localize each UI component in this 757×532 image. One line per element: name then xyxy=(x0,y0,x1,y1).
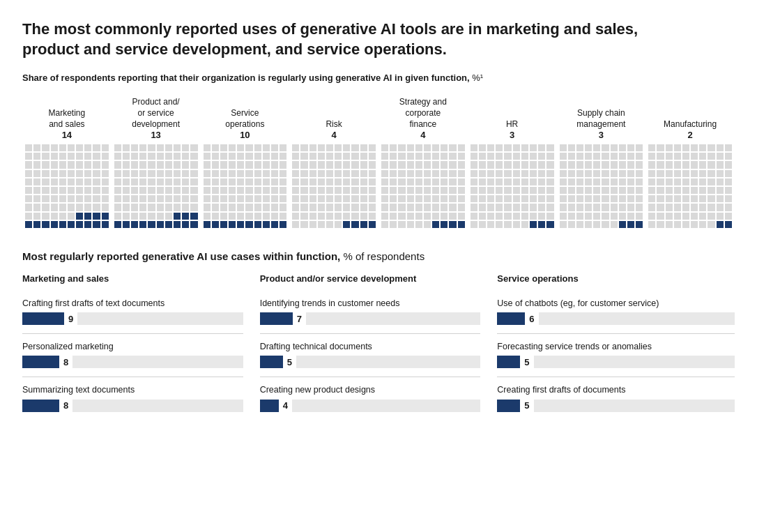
grid-cell xyxy=(471,153,477,160)
grid-cell xyxy=(657,153,664,160)
grid-cell xyxy=(25,161,32,168)
grid-cell xyxy=(691,153,698,160)
grid-cell xyxy=(220,178,227,185)
grid-cell xyxy=(25,187,32,194)
grid-cell xyxy=(560,195,567,202)
grid-cell xyxy=(76,178,83,185)
grid-cell xyxy=(42,221,49,228)
grid-cell xyxy=(335,187,342,194)
grid-cell xyxy=(123,170,130,177)
grid-cell xyxy=(666,195,673,202)
grid-cell xyxy=(479,144,486,151)
grid-cell xyxy=(245,170,252,177)
grid-cell xyxy=(381,144,388,151)
grid-cell xyxy=(636,187,643,194)
grid-cell xyxy=(84,161,91,168)
grid-cell xyxy=(84,170,91,177)
grid-cell xyxy=(415,195,422,202)
bar-track xyxy=(72,356,243,368)
grid-cell xyxy=(513,170,520,177)
grid-cell xyxy=(68,178,75,185)
grid-cell xyxy=(424,221,431,228)
grid-cell xyxy=(271,178,278,185)
grid-cell xyxy=(114,195,121,202)
grid-cell xyxy=(521,221,528,228)
divider xyxy=(260,333,481,334)
grid-cell xyxy=(390,221,397,228)
bar-track xyxy=(534,356,735,368)
use-case-label: Identifying trends in customer needs xyxy=(260,298,481,309)
grid-cell xyxy=(390,153,397,160)
grid-cell xyxy=(326,170,333,177)
grid-cell xyxy=(33,178,40,185)
grid-cell xyxy=(139,221,146,228)
grid-cell xyxy=(182,221,189,228)
grid-cell xyxy=(560,204,567,211)
grid-cell xyxy=(93,195,100,202)
grid-cell xyxy=(708,187,714,194)
grid-cell xyxy=(59,187,66,194)
bar-track xyxy=(534,400,735,412)
grid-cell xyxy=(360,178,367,185)
grid-cell xyxy=(292,161,299,168)
grid-cell xyxy=(33,153,40,160)
grid-cell xyxy=(123,204,130,211)
grid-cell xyxy=(139,204,146,211)
grid-cell xyxy=(165,153,172,160)
grid-cell xyxy=(636,161,643,168)
grid-cell xyxy=(496,144,503,151)
grid-cell xyxy=(351,187,358,194)
grid-cell xyxy=(139,187,146,194)
grid-cell xyxy=(717,195,724,202)
use-case-item: Identifying trends in customer needs7 xyxy=(260,298,481,325)
grid-cell xyxy=(407,204,414,211)
grid-cell xyxy=(538,161,545,168)
grid-cell xyxy=(318,204,325,211)
grid-cell xyxy=(68,170,75,177)
grid-cell xyxy=(165,213,172,220)
grid-cell xyxy=(280,153,286,160)
grid-cell xyxy=(682,144,689,151)
grid-cell xyxy=(93,161,100,168)
grid-cell xyxy=(496,213,503,220)
grid-cell xyxy=(25,153,32,160)
grid-cell xyxy=(424,213,431,220)
grid-cell xyxy=(546,204,553,211)
grid-cell xyxy=(25,178,32,185)
grid-cell xyxy=(84,187,91,194)
grid-cell xyxy=(691,221,698,228)
grid-cell xyxy=(666,187,673,194)
bar-col-label-7: Manufacturing2 xyxy=(664,119,717,142)
bar-col-7: Manufacturing2 xyxy=(645,119,735,228)
grid-cell xyxy=(479,204,486,211)
grid-cell xyxy=(487,178,494,185)
grid-cell xyxy=(165,161,172,168)
grid-cell xyxy=(708,213,714,220)
grid-cell xyxy=(76,170,83,177)
use-case-col-header-1: Product and/or service development xyxy=(260,273,481,288)
use-case-label: Creating first drafts of documents xyxy=(497,384,735,395)
grid-cell xyxy=(59,161,66,168)
grid-cell xyxy=(300,187,307,194)
grid-cell xyxy=(432,153,439,160)
grid-cell xyxy=(458,178,465,185)
grid-cell xyxy=(59,204,66,211)
grid-cell xyxy=(190,170,197,177)
divider xyxy=(22,377,243,377)
grid-cell xyxy=(114,153,121,160)
grid-cell xyxy=(530,187,537,194)
grid-cell xyxy=(648,161,655,168)
grid-cell xyxy=(407,195,414,202)
bar-col-1: Product and/or servicedevelopment13 xyxy=(112,97,201,228)
grid-cell xyxy=(560,161,567,168)
grid-cell xyxy=(504,213,511,220)
grid-cell xyxy=(546,187,553,194)
grid-cell xyxy=(496,187,503,194)
grid-cell xyxy=(25,204,32,211)
grid-cell xyxy=(360,170,367,177)
grid-cell xyxy=(636,153,643,160)
divider xyxy=(22,333,243,334)
grid-cell xyxy=(568,195,575,202)
grid-cell xyxy=(449,204,456,211)
grid-cell xyxy=(602,178,609,185)
